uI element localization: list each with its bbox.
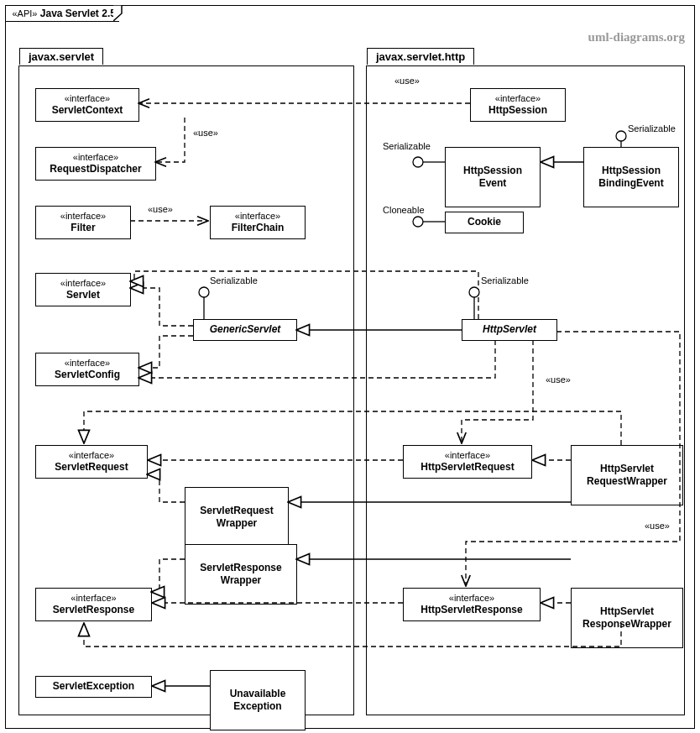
edge-label-use1: «use» <box>394 76 420 86</box>
class-http-session: «interface» HttpSession <box>470 88 566 122</box>
package-label-servlet: javax.servlet <box>19 48 103 65</box>
lollipop-serializable-gs: Serializable <box>210 275 258 285</box>
class-unavailable-exception: Unavailable Exception <box>210 670 306 730</box>
class-servlet-config: «interface» ServletConfig <box>35 353 139 386</box>
class-http-session-event: HttpSession Event <box>445 147 541 207</box>
class-filter: «interface» Filter <box>35 206 131 239</box>
lollipop-serializable-hse: Serializable <box>383 141 431 151</box>
class-http-servlet: HttpServlet <box>462 319 557 341</box>
class-generic-servlet: GenericServlet <box>193 319 297 341</box>
class-http-servlet-response: «interface» HttpServletResponse <box>403 588 541 621</box>
edge-label-use5: «use» <box>645 521 670 531</box>
lollipop-cloneable: Cloneable <box>383 205 425 215</box>
class-http-session-binding-event: HttpSession BindingEvent <box>583 147 679 207</box>
package-label-http: javax.servlet.http <box>367 48 474 65</box>
class-servlet-context: «interface» ServletContext <box>35 88 139 122</box>
class-request-dispatcher: «interface» RequestDispatcher <box>35 147 156 181</box>
class-http-servlet-response-wrapper: HttpServlet ResponseWrapper <box>571 588 683 648</box>
class-cookie: Cookie <box>445 212 524 233</box>
class-servlet-response-wrapper: ServletResponse Wrapper <box>185 544 297 605</box>
class-servlet-request-wrapper: ServletRequest Wrapper <box>185 487 289 547</box>
watermark: uml-diagrams.org <box>588 30 685 45</box>
class-servlet-request: «interface» ServletRequest <box>35 445 148 479</box>
diagram-canvas: «API» Java Servlet 2.5 uml-diagrams.org … <box>0 0 700 733</box>
class-http-servlet-request: «interface» HttpServletRequest <box>403 445 532 479</box>
class-http-servlet-request-wrapper: HttpServlet RequestWrapper <box>571 445 683 505</box>
class-servlet-exception: ServletException <box>35 676 152 698</box>
class-servlet-response: «interface» ServletResponse <box>35 588 152 621</box>
lollipop-serializable-hs: Serializable <box>481 275 529 285</box>
class-filter-chain: «interface» FilterChain <box>210 206 306 239</box>
frame-stereo: «API» <box>13 8 38 18</box>
edge-label-use3: «use» <box>148 204 173 214</box>
frame-title: Java Servlet 2.5 <box>40 8 116 19</box>
edge-label-use2: «use» <box>193 128 218 138</box>
class-servlet: «interface» Servlet <box>35 273 131 306</box>
lollipop-serializable-hsbe: Serializable <box>628 123 676 134</box>
edge-label-use4: «use» <box>546 374 571 385</box>
